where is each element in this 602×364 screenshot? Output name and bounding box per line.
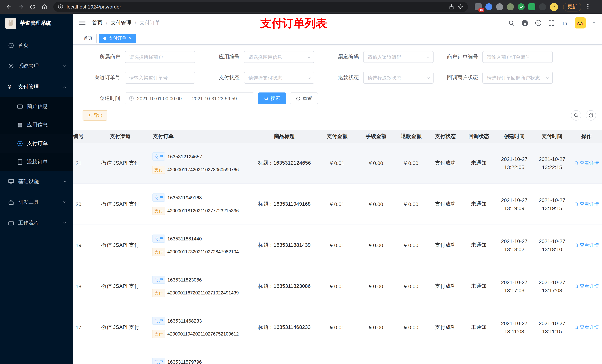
merchant-order-line: 商户 1635311468233 [152,316,250,325]
tab-home[interactable]: 首页 [80,33,97,43]
share-icon[interactable] [449,4,454,10]
address-bar[interactable]: localhost:1024/pay/order [53,2,468,12]
breadcrumb-separator: / [106,20,107,26]
pay-tag: 支付 [152,248,165,256]
extension-grid-icon[interactable]: 10 [475,3,482,10]
toggle-search-button[interactable] [571,110,581,121]
merchant-order-line: 商户 1635311881440 [152,234,250,243]
sidebar-item-merchant-info[interactable]: 商户信息 [0,97,73,116]
app-logo[interactable]: 芋道管理系统 [0,14,73,33]
pay-order-cell: 商户 1635311949168 支付 42000011812021102777… [149,193,253,215]
channel-pay-no: 4200001167202110271022491439 [167,290,239,296]
browser-menu-button[interactable] [585,3,591,10]
refund-amount-cell: ¥ 0.00 [394,324,429,330]
export-button[interactable]: 导出 [83,110,107,121]
table-row: 21 微信 JSAPI 支付 商户 1635312124657 支付 42000… [73,143,602,184]
sidebar-item-refund-order[interactable]: 退款订单 [0,153,73,171]
extension-olive-icon[interactable] [507,3,514,10]
browser-home-button[interactable] [39,2,50,12]
sidebar-item-pay-order[interactable]: 支付订单 [0,134,73,153]
page-content: 所属商户 应用编号 渠道编码 商户订单编号 [73,45,602,364]
help-icon[interactable]: ? [535,20,542,26]
search-icon[interactable] [508,20,515,26]
browser-forward-button[interactable] [16,2,26,12]
merchant-order-no: 1635312124657 [167,154,202,159]
merchant-tag: 商户 [152,276,165,284]
pay-clock: 13:18:10 [542,245,562,253]
channel-pay-line: 支付 4200001194202110276752100612 [152,330,250,338]
bookmark-star-icon[interactable] [458,4,463,10]
dashboard-icon [8,42,14,48]
channel-pay-line: 支付 4200001167202110271022491439 [152,289,250,297]
view-detail-link[interactable]: 查看详情 [574,283,599,290]
view-detail-link[interactable]: 查看详情 [574,201,599,208]
fee-amount-cell: ¥ 0.00 [358,324,394,330]
sidebar-item-label: 工作流程 [18,220,39,226]
create-date: 2021-10-27 [501,237,527,245]
sidebar-item-devtools[interactable]: 研发工具 [0,192,73,213]
sidebar-item-home[interactable]: 首页 [0,35,73,56]
browser-update-button[interactable]: 更新 [563,2,581,11]
refund-status-select-input[interactable] [363,72,434,83]
sidebar-item-system[interactable]: 系统管理 [0,56,73,77]
credit-card-icon [17,104,23,110]
close-icon[interactable] [129,37,132,40]
hamburger-menu-icon[interactable] [79,21,86,25]
extension-check-icon[interactable] [517,3,525,10]
pay-channel-cell: 微信 JSAPI 支付 [91,242,149,249]
sidebar: 芋道管理系统 首页 系统管理 ¥ 支付管理 [0,14,73,364]
merchant-tag: 商户 [152,193,165,202]
tab-pay-order[interactable]: 支付订单 [99,33,136,43]
breadcrumb-pay-management[interactable]: 支付管理 [111,20,131,26]
pay-status-cell: 支付成功 [429,324,462,331]
avatar-caret-icon[interactable] [592,20,596,26]
sidebar-item-workflow[interactable]: 工作流程 [0,213,73,233]
browser-back-button[interactable] [4,2,14,12]
arrow-left-icon [6,4,12,10]
filter-label-merchant-order-no: 商户订单编号 [434,54,483,60]
sidebar-item-app-info[interactable]: 应用信息 [0,116,73,134]
merchant-select-input[interactable] [125,51,195,63]
font-size-icon[interactable]: TT [561,20,568,26]
search-button[interactable]: 搜索 [258,93,286,104]
create-clock: 13:17:03 [504,286,525,294]
col-channel: 支付渠道 [91,133,149,140]
fullscreen-icon[interactable] [548,20,555,26]
pay-date: 2021-10-27 [539,319,565,327]
channel-order-no-input[interactable] [125,72,195,83]
view-detail-link[interactable]: 查看详情 [574,242,599,249]
extension-gray-icon[interactable] [496,3,503,10]
view-detail-link[interactable]: 查看详情 [574,160,599,166]
extension-green-square-icon[interactable] [528,3,535,10]
pay-clock: 13:11:15 [542,327,562,335]
channel-code-select-input[interactable] [363,51,434,63]
refresh-table-button[interactable] [586,110,596,121]
user-avatar[interactable] [575,17,586,29]
extension-dark-icon[interactable] [539,3,546,10]
create-time-cell: 2021-10-27 13:18:02 [495,237,533,253]
filter-label-channel-code: 渠道编码 [315,54,363,60]
create-clock: 13:11:08 [505,327,524,335]
notify-status-select-input[interactable] [483,72,553,83]
browser-profile-avatar[interactable] [550,3,558,11]
breadcrumb-home[interactable]: 首页 [92,20,103,26]
github-icon[interactable] [521,20,528,26]
filter-label-merchant: 所属商户 [77,54,125,60]
extension-blue-icon[interactable] [485,3,492,10]
refund-amount-cell: ¥ 0.00 [394,283,429,289]
reset-button[interactable]: 重置 [290,93,318,104]
sidebar-item-infra[interactable]: 基础设施 [0,171,73,192]
pay-status-select-input[interactable] [244,72,314,83]
col-refund: 退款金额 [394,133,429,140]
browser-reload-button[interactable] [27,2,38,12]
app-title: 芋道管理系统 [20,20,51,27]
sidebar-item-payment[interactable]: ¥ 支付管理 [0,77,73,97]
pay-status-cell: 支付成功 [429,242,462,249]
view-detail-link[interactable]: 查看详情 [574,324,599,331]
merchant-order-no-input[interactable] [483,51,553,63]
pay-channel-cell: 微信 JSAPI 支付 [91,160,149,166]
app-id-select-input[interactable] [244,51,314,63]
site-info-icon[interactable] [58,4,63,10]
create-time-range-picker[interactable]: 2021-10-01 00:00:00 - 2021-10-31 23:59:5… [125,93,254,104]
app-frame: 芋道管理系统 首页 系统管理 ¥ 支付管理 [0,14,602,364]
